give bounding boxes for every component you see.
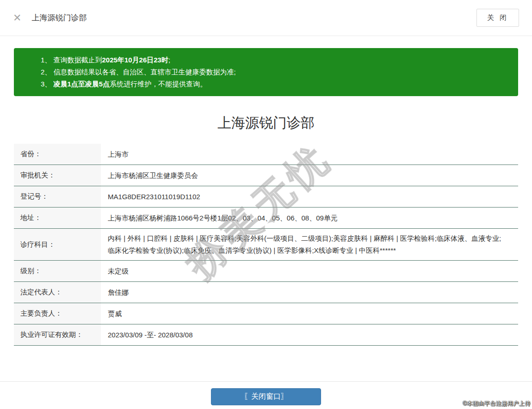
row-value: MA1G8DER231011019D1102 [101, 186, 518, 207]
footer-bar: 〖关闭窗口〗 [0, 381, 532, 409]
row-label: 执业许可证有效期： [14, 324, 101, 345]
row-label: 级别： [14, 261, 101, 281]
table-row-license-validity: 执业许可证有效期： 2023/03/09 -至- 2028/03/08 [14, 324, 518, 346]
notice-line-2-text: 2、 信息数据结果以各省、自治区、直辖市卫生健康委数据为准; [41, 68, 236, 76]
row-label: 诊疗科目： [14, 229, 101, 260]
notice-banner: 1、 查询数据截止到2025年10月26日23时; 2、 信息数据结果以各省、自… [14, 48, 518, 96]
row-value: 2023/03/09 -至- 2028/03/08 [101, 324, 518, 345]
row-value: 上海市 [101, 144, 518, 165]
page-title: 上海源锐门诊部 [0, 114, 532, 133]
row-value: 上海市杨浦区杨树浦路1066号2号楼1层02、03、04、05、06、08、09… [101, 208, 518, 228]
row-value: 贾威 [101, 303, 518, 324]
row-label: 主要负责人： [14, 303, 101, 324]
row-value: 未定级 [101, 261, 518, 281]
header-bar: ✕ 上海源锐门诊部 关 闭 [0, 0, 532, 36]
table-row-departments: 诊疗科目： 内科 | 外科 | 口腔科 | 皮肤科 | 医疗美容科;美容外科(一… [14, 229, 518, 261]
row-label: 登记号： [14, 186, 101, 207]
notice-line-1-text: 1、 查询数据截止到 [41, 56, 102, 64]
close-window-button[interactable]: 〖关闭窗口〗 [211, 388, 321, 405]
table-row-address: 地址： 上海市杨浦区杨树浦路1066号2号楼1层02、03、04、05、06、0… [14, 208, 518, 229]
table-row-approval-authority: 审批机关： 上海市杨浦区卫生健康委员会 [14, 165, 518, 186]
notice-line-1-bold: 2025年10月26日23时 [102, 56, 168, 64]
notice-line-3: 3、 凌晨1点至凌晨5点系统进行维护，不能提供查询。 [41, 78, 500, 90]
row-label: 省份： [14, 144, 101, 165]
table-row-principal: 主要负责人： 贾威 [14, 303, 518, 324]
notice-line-3-text: 3、 [41, 80, 54, 88]
row-value: 詹佳娜 [101, 282, 518, 303]
row-label: 地址： [14, 208, 101, 228]
notice-line-1: 1、 查询数据截止到2025年10月26日23时; [41, 54, 500, 66]
close-x-icon[interactable]: ✕ [13, 13, 21, 23]
detail-table: 省份： 上海市 审批机关： 上海市杨浦区卫生健康委员会 登记号： MA1G8DE… [14, 144, 518, 346]
table-row-level: 级别： 未定级 [14, 261, 518, 282]
table-row-registration-number: 登记号： MA1G8DER231011019D1102 [14, 186, 518, 208]
notice-line-3-tail: 系统进行维护，不能提供查询。 [110, 80, 207, 88]
row-value: 内科 | 外科 | 口腔科 | 皮肤科 | 医疗美容科;美容外科(一级项目、二级… [101, 229, 518, 260]
table-row-legal-representative: 法定代表人： 詹佳娜 [14, 282, 518, 303]
row-value: 上海市杨浦区卫生健康委员会 [101, 165, 518, 186]
row-label: 法定代表人： [14, 282, 101, 303]
notice-line-3-bold: 凌晨1点至凌晨5点 [54, 80, 110, 88]
table-row-province: 省份： 上海市 [14, 144, 518, 165]
notice-line-1-tail: ; [168, 56, 170, 64]
close-button[interactable]: 关 闭 [476, 9, 519, 27]
row-label: 审批机关： [14, 165, 101, 186]
window-title: 上海源锐门诊部 [31, 12, 87, 23]
notice-line-2: 2、 信息数据结果以各省、自治区、直辖市卫生健康委数据为准; [41, 66, 500, 78]
copyright-note: ©本图由平台注册用户上传 [463, 400, 531, 408]
